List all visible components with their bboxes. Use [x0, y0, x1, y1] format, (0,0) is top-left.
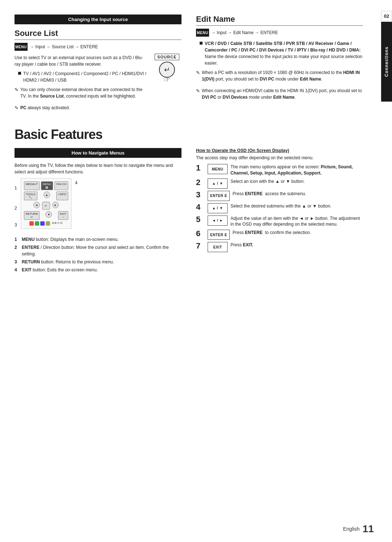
- menu-icon: MENU: [15, 43, 28, 51]
- osd-section: How to Operate the OSD (On Screen Displa…: [196, 148, 363, 275]
- osd-step-3: 3 ENTER E Press ENTERE access the submen…: [196, 191, 363, 201]
- remote-return-btn: RETURN↩: [24, 211, 40, 220]
- edit-name-bullets: VCR / DVD / Cable STB / Satellite STB / …: [200, 40, 363, 66]
- osd-step-4: 4 ▲ / ▼ Select the desired submenu with …: [196, 203, 363, 213]
- top-section: Changing the Input source Source List ME…: [0, 7, 379, 123]
- navigate-step-4: 4 EXIT button: Exits the on-screen menu.: [15, 267, 181, 273]
- osd-step-2: 2 ▲ / ▼ Select an icon with the ▲ or ▼ b…: [196, 178, 363, 189]
- edit-name-section: Edit Name MENU → Input → Edit Name → ENT…: [196, 15, 363, 116]
- remote-illustration: 1 2 3 MEDIA.P MENU▦ FAV.CH TOOLS�: [15, 178, 181, 232]
- basic-features-section: Basic Features How to Navigate Menus Bef…: [0, 127, 379, 275]
- enter-arrow-icon: ↵: [164, 65, 170, 74]
- remote-menu-btn: MENU▦: [41, 181, 53, 190]
- navigate-step-3: 3 RETURN button: Returns to the previous…: [15, 259, 181, 265]
- note-pencil-icon-2: ✎: [15, 104, 19, 112]
- source-label-text: SOURCE: [155, 54, 179, 60]
- bullet-icon-en: [200, 42, 203, 45]
- osd-key-updown2: ▲ / ▼: [208, 203, 228, 213]
- edit-name-note2: ✎ When connecting an HDMI/DVI cable to t…: [196, 87, 363, 103]
- remote-num-2: 2: [15, 206, 17, 211]
- remote-num-1: 1: [15, 185, 17, 190]
- remote-left-btn: ◄: [33, 202, 40, 208]
- note-pencil-icon-en1: ✎: [196, 69, 200, 77]
- osd-key-updown: ▲ / ▼: [208, 178, 228, 189]
- source-button: ↵: [159, 62, 175, 78]
- remote-favch-btn: FAV.CH: [54, 181, 68, 190]
- bullet-icon: [18, 72, 21, 75]
- source-list-tv-inputs: TV / AV1 / AV2 / Component1 / Component2…: [18, 70, 149, 83]
- chapter-title-text: Connections: [384, 46, 389, 77]
- navigate-menus-intro: Before using the TV, follow the steps be…: [15, 162, 181, 175]
- source-list-section: Changing the Input source Source List ME…: [15, 15, 181, 116]
- remote-step-numbers: 1 2 3: [15, 185, 17, 232]
- remote-btn-c: [40, 221, 45, 226]
- remote-exit-btn: EXIT→: [58, 211, 68, 220]
- osd-step-7: 7 EXIT Press EXIT.: [196, 242, 363, 252]
- remote-num-3: 3: [15, 222, 17, 227]
- basic-features-columns: How to Navigate Menus Before using the T…: [15, 148, 365, 275]
- page-footer: English 11: [343, 523, 374, 535]
- edit-name-title: Edit Name: [196, 15, 363, 26]
- navigate-menus-section: How to Navigate Menus Before using the T…: [15, 148, 181, 275]
- remote-btn-b: [35, 221, 39, 226]
- source-button-illustration: SOURCE ↵ ☞: [152, 54, 181, 83]
- chapter-tab: Connections: [381, 22, 392, 102]
- source-list-note2: ✎ PC always stay activated.: [15, 104, 181, 114]
- navigate-step-2: 2 ENTERE / Direction button: Move the cu…: [15, 244, 181, 257]
- osd-intro: The access step may differ depending on …: [196, 155, 363, 161]
- source-list-note1: ✎ You can only choose external devices t…: [15, 86, 149, 102]
- osd-key-menu: MENU: [208, 164, 228, 174]
- remote-right-btn: ►: [52, 202, 59, 208]
- osd-step-5: 5 ◄ / ► Adjust the value of an item with…: [196, 215, 363, 228]
- osd-step-6: 6 ENTER E Press ENTERE to confirm the se…: [196, 230, 363, 240]
- chapter-number: 02: [381, 11, 392, 21]
- remote-color-labels: A B C D: [52, 221, 62, 226]
- osd-key-exit: EXIT: [208, 242, 228, 252]
- note-pencil-icon-en2: ✎: [196, 87, 200, 95]
- remote-btn-a: [29, 221, 34, 226]
- source-list-menu-path: MENU → Input → Source List → ENTERE: [15, 43, 181, 51]
- navigate-steps-list: 1 MENU button: Displays the main on-scre…: [15, 236, 181, 273]
- note-pencil-icon: ✎: [15, 86, 19, 94]
- remote-color-buttons: A B C D: [24, 221, 68, 226]
- osd-step-1: 1 MENU The main menu options appear on t…: [196, 164, 363, 176]
- remote-mediap-btn: MEDIA.P: [24, 181, 40, 190]
- remote-enter-btn: ↵: [42, 202, 50, 210]
- footer-language: English: [343, 526, 360, 532]
- osd-key-enter1: ENTER E: [208, 191, 230, 201]
- remote-info-btn: i INFO: [56, 192, 68, 200]
- source-list-title: Source List: [15, 29, 181, 40]
- remote-down-btn: ▼: [45, 211, 52, 218]
- osd-steps: 1 MENU The main menu options appear on t…: [196, 164, 363, 252]
- edit-name-note1: ✎ When a PC with a resolution of 1920 × …: [196, 69, 363, 85]
- navigate-step-1: 1 MENU button: Displays the main on-scre…: [15, 236, 181, 243]
- edit-name-devices: VCR / DVD / Cable STB / Satellite STB / …: [200, 40, 363, 66]
- osd-key-leftright: ◄ / ►: [208, 215, 228, 226]
- edit-name-menu-icon: MENU: [196, 29, 209, 37]
- osd-key-enter2: ENTER E: [208, 230, 230, 240]
- remote-up-btn: ▲: [44, 192, 50, 198]
- basic-features-title: Basic Features: [15, 127, 365, 142]
- changing-input-header: Changing the Input source: [15, 15, 181, 24]
- navigate-menus-header: How to Navigate Menus: [15, 148, 181, 158]
- edit-name-menu-path: MENU → Input → Edit Name → ENTERE: [196, 29, 363, 37]
- remote-num-4: 4: [75, 180, 78, 185]
- footer-page-number: 11: [363, 523, 374, 535]
- remote-control-image: MEDIA.P MENU▦ FAV.CH TOOLS🔧 ▲ i INFO: [21, 178, 72, 229]
- remote-tools-btn: TOOLS🔧: [24, 192, 37, 200]
- osd-title: How to Operate the OSD (On Screen Displa…: [196, 148, 363, 153]
- remote-btn-d: [46, 221, 50, 226]
